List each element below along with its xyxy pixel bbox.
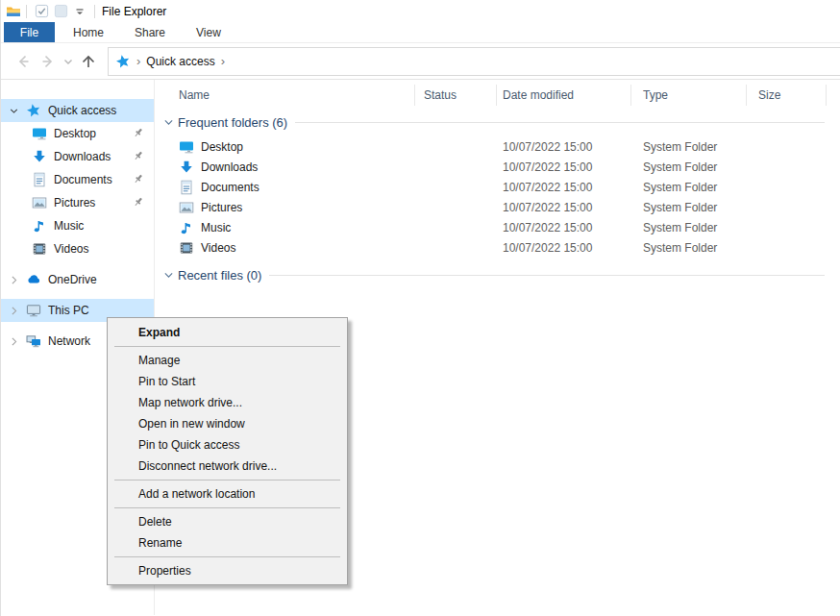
file-row-documents[interactable]: Documents 10/07/2022 15:00 System Folder <box>155 177 840 197</box>
properties-toolbar-button[interactable] <box>32 3 51 20</box>
music-icon <box>32 218 47 234</box>
menu-separator <box>114 480 340 480</box>
column-headers: Name Status Date modified Type Size <box>155 80 840 111</box>
documents-icon <box>179 180 194 195</box>
column-header-date-modified[interactable]: Date modified <box>503 88 574 102</box>
pictures-icon <box>179 200 194 215</box>
column-header-type[interactable]: Type <box>643 88 668 102</box>
group-header-frequent-folders[interactable]: Frequent folders (6) <box>155 111 825 135</box>
sidebar-item-downloads[interactable]: Downloads <box>1 145 154 168</box>
menu-item-pin-to-quick-access[interactable]: Pin to Quick access <box>108 434 347 456</box>
menu-item-manage[interactable]: Manage <box>108 350 347 371</box>
pin-icon <box>132 126 145 139</box>
menu-separator <box>114 556 340 557</box>
menu-item-delete[interactable]: Delete <box>108 511 347 532</box>
tab-share[interactable]: Share <box>122 22 178 42</box>
column-divider[interactable] <box>630 85 631 106</box>
column-header-status[interactable]: Status <box>424 88 457 102</box>
column-header-name[interactable]: Name <box>179 88 210 102</box>
chevron-right-icon[interactable] <box>7 305 20 317</box>
customize-quick-access-toolbar-icon[interactable] <box>70 3 89 20</box>
file-row-desktop[interactable]: Desktop 10/07/2022 15:00 System Folder <box>155 136 840 157</box>
menu-item-rename[interactable]: Rename <box>108 532 347 554</box>
menu-item-disconnect-network-drive[interactable]: Disconnect network drive... <box>108 456 347 477</box>
menu-item-pin-to-start[interactable]: Pin to Start <box>108 371 347 392</box>
menu-item-map-network-drive[interactable]: Map network drive... <box>108 392 347 413</box>
forward-button[interactable] <box>36 49 61 74</box>
column-divider[interactable] <box>496 85 497 106</box>
videos-icon <box>32 241 47 257</box>
videos-icon <box>179 240 194 256</box>
quick-access-star-icon <box>26 103 41 118</box>
tab-view[interactable]: View <box>184 22 234 42</box>
file-explorer-window: File Explorer File Home Share View › Qui… <box>0 0 840 616</box>
network-icon <box>26 333 41 349</box>
column-divider[interactable] <box>826 85 827 106</box>
quick-access-star-icon <box>115 54 131 69</box>
toolbar-separator <box>94 5 95 18</box>
chevron-right-icon[interactable] <box>7 335 20 348</box>
tab-home[interactable]: Home <box>61 22 116 42</box>
title-bar: File Explorer <box>1 0 840 22</box>
menu-item-expand[interactable]: Expand <box>108 322 347 343</box>
app-icon <box>6 4 21 19</box>
chevron-down-icon[interactable] <box>7 105 20 117</box>
file-row-downloads[interactable]: Downloads 10/07/2022 15:00 System Folder <box>155 157 840 177</box>
up-button[interactable] <box>76 49 101 74</box>
sidebar-item-desktop[interactable]: Desktop <box>1 122 154 145</box>
file-row-pictures[interactable]: Pictures 10/07/2022 15:00 System Folder <box>155 197 840 217</box>
column-header-size[interactable]: Size <box>758 88 780 102</box>
file-row-videos[interactable]: Videos 10/07/2022 15:00 System Folder <box>155 237 840 258</box>
documents-icon <box>32 172 47 187</box>
this-pc-monitor-icon <box>26 303 41 318</box>
menu-item-open-in-new-window[interactable]: Open in new window <box>108 413 347 434</box>
pin-icon <box>132 172 145 185</box>
sidebar-item-onedrive[interactable]: OneDrive <box>1 268 154 291</box>
group-header-recent-files[interactable]: Recent files (0) <box>155 263 825 287</box>
column-divider[interactable] <box>746 85 747 106</box>
pictures-icon <box>32 195 47 210</box>
pin-icon <box>132 149 145 162</box>
address-bar[interactable]: › Quick access › <box>108 47 840 76</box>
sidebar-item-pictures[interactable]: Pictures <box>1 191 154 214</box>
pin-icon <box>132 195 145 209</box>
file-row-music[interactable]: Music 10/07/2022 15:00 System Folder <box>155 217 840 237</box>
menu-separator <box>114 507 340 508</box>
chevron-right-icon[interactable] <box>7 274 20 286</box>
breadcrumb-chevron-icon[interactable]: › <box>221 54 225 68</box>
menu-item-add-network-location[interactable]: Add a network location <box>108 483 347 505</box>
toolbar-separator <box>26 5 27 18</box>
music-icon <box>179 220 194 235</box>
group-divider-line <box>269 275 825 276</box>
new-folder-toolbar-button <box>51 3 70 20</box>
chevron-down-icon[interactable] <box>162 269 175 282</box>
menu-separator <box>114 346 340 347</box>
sidebar-item-videos[interactable]: Videos <box>1 237 154 260</box>
menu-item-properties[interactable]: Properties <box>108 560 347 581</box>
window-title: File Explorer <box>102 5 166 18</box>
back-button[interactable] <box>11 49 36 74</box>
ribbon-tab-bar: File Home Share View <box>1 22 840 43</box>
sidebar-item-documents[interactable]: Documents <box>1 168 154 191</box>
downloads-icon <box>179 160 194 175</box>
recent-locations-dropdown[interactable] <box>61 49 76 74</box>
desktop-icon <box>179 139 194 155</box>
downloads-icon <box>32 149 47 164</box>
group-divider-line <box>295 122 825 123</box>
column-divider[interactable] <box>414 85 415 106</box>
context-menu: Expand Manage Pin to Start Map network d… <box>107 317 348 585</box>
breadcrumb-chevron-icon[interactable]: › <box>136 54 140 68</box>
sidebar-item-quick-access[interactable]: Quick access <box>1 99 154 122</box>
breadcrumb-quick-access[interactable]: Quick access <box>146 55 214 68</box>
tab-file[interactable]: File <box>4 22 55 42</box>
onedrive-cloud-icon <box>26 272 41 287</box>
navigation-bar: › Quick access › <box>1 43 840 80</box>
chevron-down-icon[interactable] <box>162 116 175 129</box>
desktop-icon <box>32 126 47 141</box>
sidebar-item-music[interactable]: Music <box>1 214 154 237</box>
frequent-folders-list: Desktop 10/07/2022 15:00 System Folder D… <box>155 136 840 258</box>
